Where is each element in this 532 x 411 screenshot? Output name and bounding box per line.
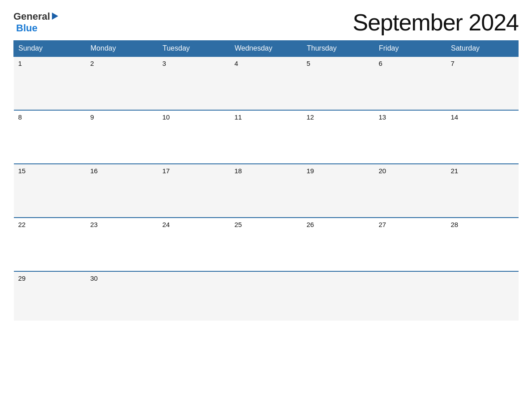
header-thursday: Thursday	[302, 41, 374, 57]
calendar-header: Sunday Monday Tuesday Wednesday Thursday…	[14, 41, 519, 57]
week-row-5: 29 30	[14, 271, 519, 321]
day-cell-22: 22	[14, 218, 86, 271]
day-cell-15: 15	[14, 164, 86, 218]
day-cell-8: 8	[14, 110, 86, 164]
day-cell-21: 21	[446, 164, 519, 218]
week-row-3: 15 16 17 18 19 20 21	[14, 164, 519, 218]
day-cell-2: 2	[86, 56, 158, 110]
header-wednesday: Wednesday	[230, 41, 302, 57]
day-cell-14: 14	[446, 110, 519, 164]
day-cell-empty-2	[230, 271, 302, 321]
day-cell-25: 25	[230, 218, 302, 271]
header-saturday: Saturday	[446, 41, 519, 57]
day-cell-7: 7	[446, 56, 519, 110]
day-cell-10: 10	[158, 110, 230, 164]
day-cell-24: 24	[158, 218, 230, 271]
day-cell-9: 9	[86, 110, 158, 164]
week-row-1: 1 2 3 4 5 6 7	[14, 56, 519, 110]
day-cell-1: 1	[14, 56, 86, 110]
day-cell-empty-4	[374, 271, 446, 321]
day-cell-empty-5	[446, 271, 519, 321]
day-cell-26: 26	[302, 218, 374, 271]
day-cell-28: 28	[446, 218, 519, 271]
logo-blue-text: Blue	[16, 22, 38, 34]
day-cell-17: 17	[158, 164, 230, 218]
days-of-week-row: Sunday Monday Tuesday Wednesday Thursday…	[14, 41, 519, 57]
day-cell-empty-3	[302, 271, 374, 321]
day-cell-6: 6	[374, 56, 446, 110]
day-cell-27: 27	[374, 218, 446, 271]
day-cell-23: 23	[86, 218, 158, 271]
week-row-4: 22 23 24 25 26 27 28	[14, 218, 519, 271]
month-title: September 2024	[353, 9, 519, 36]
day-cell-5: 5	[302, 56, 374, 110]
calendar-table: Sunday Monday Tuesday Wednesday Thursday…	[13, 40, 519, 321]
day-cell-4: 4	[230, 56, 302, 110]
day-cell-30: 30	[86, 271, 158, 321]
day-cell-11: 11	[230, 110, 302, 164]
day-cell-13: 13	[374, 110, 446, 164]
day-cell-12: 12	[302, 110, 374, 164]
page-header: General Blue September 2024	[13, 9, 519, 36]
header-sunday: Sunday	[14, 41, 86, 57]
day-cell-19: 19	[302, 164, 374, 218]
logo-general-text: General	[13, 11, 50, 22]
day-cell-29: 29	[14, 271, 86, 321]
day-cell-empty-1	[158, 271, 230, 321]
header-friday: Friday	[374, 41, 446, 57]
logo-triangle-icon	[52, 13, 58, 20]
day-cell-18: 18	[230, 164, 302, 218]
day-cell-16: 16	[86, 164, 158, 218]
header-tuesday: Tuesday	[158, 41, 230, 57]
logo: General Blue	[13, 11, 58, 34]
calendar-body: 1 2 3 4 5 6 7 8 9 10 11 12 13 14 15 16 1…	[14, 56, 519, 321]
header-monday: Monday	[86, 41, 158, 57]
week-row-2: 8 9 10 11 12 13 14	[14, 110, 519, 164]
day-cell-3: 3	[158, 56, 230, 110]
day-cell-20: 20	[374, 164, 446, 218]
